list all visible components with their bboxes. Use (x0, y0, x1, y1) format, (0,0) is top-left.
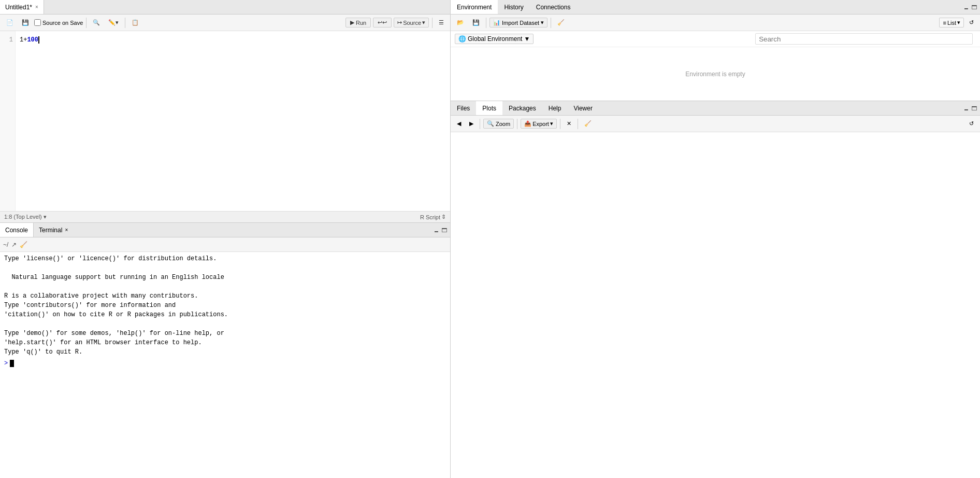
list-label: List (947, 20, 956, 26)
files-tab-files[interactable]: Files (451, 101, 476, 115)
code-num-1: 1 (20, 35, 23, 45)
files-tab-plots[interactable]: Plots (476, 101, 502, 115)
export-arrow: ▾ (550, 120, 553, 127)
env-tab-connections[interactable]: Connections (530, 0, 577, 14)
env-tab-history[interactable]: History (498, 0, 529, 14)
env-sep-2 (551, 18, 551, 28)
terminal-tab-close[interactable]: × (65, 227, 68, 233)
zoom-button[interactable]: 🔍 Zoom (483, 119, 514, 129)
editor-tab-untitled1[interactable]: Untitled1* × (0, 0, 44, 14)
code-op-plus: + (23, 35, 27, 45)
new-file-icon: 📄 (6, 19, 13, 26)
new-file-button[interactable]: 📄 (3, 18, 17, 27)
console-line-3: Natural language support but running in … (4, 273, 446, 282)
console-path-label: ~/ (3, 241, 8, 248)
toolbar-sep-3 (432, 18, 433, 28)
console-line-11: Type 'q()' to quit R. (4, 347, 446, 357)
files-sep-4 (578, 119, 578, 129)
import-dataset-button[interactable]: 📊 Import Dataset ▾ (489, 18, 547, 27)
source-on-save-label: Source on Save (42, 20, 83, 26)
env-save-icon: 💾 (472, 19, 480, 26)
console-line-10: 'help.start()' for an HTML browser inter… (4, 338, 446, 347)
scope-label: (Top Level) (13, 214, 41, 220)
env-maximize-button[interactable]: 🗖 (971, 4, 977, 10)
run-button[interactable]: ▶ Run (345, 18, 371, 27)
find-button[interactable]: 🔍 (90, 18, 103, 27)
code-tools-icon: ✏️▾ (108, 19, 119, 26)
files-tab-help[interactable]: Help (542, 101, 568, 115)
global-env-selector[interactable]: 🌐 Global Environment ▼ (455, 34, 534, 44)
list-view-button[interactable]: ≡ List ▾ (939, 18, 964, 27)
env-search-input[interactable] (755, 33, 973, 45)
options-icon: ☰ (439, 19, 444, 26)
save-button[interactable]: 💾 (19, 18, 32, 27)
editor-status-bar: 1:8 (Top Level) ▾ R Script ⇕ (0, 211, 450, 222)
console-clear-button[interactable]: 🧹 (20, 241, 27, 248)
scope-indicator[interactable]: (Top Level) ▾ (13, 214, 46, 220)
refresh-button[interactable]: ↺ (966, 18, 977, 27)
script-type-button[interactable]: R Script ⇕ (420, 214, 446, 220)
list-icon: ≡ (943, 20, 946, 26)
console-minimize-button[interactable]: 🗕 (434, 227, 439, 233)
files-maximize-button[interactable]: 🗖 (971, 105, 977, 111)
line-number-1: 1 (2, 35, 13, 45)
scope-arrow: ▾ (44, 214, 47, 220)
toolbar-sep-1 (86, 18, 87, 28)
code-editor[interactable]: 1 + 100 (16, 31, 450, 211)
env-tab-environment[interactable]: Environment (451, 0, 498, 14)
export-button[interactable]: 📤 Export ▾ (521, 119, 557, 129)
refresh-plots-button[interactable]: ↺ (966, 119, 977, 129)
source-dropdown-arrow: ▾ (422, 19, 425, 26)
back-button[interactable]: ◀ (454, 119, 464, 129)
editor-tab-bar: Untitled1* × (0, 0, 450, 15)
files-tab-label: Files (457, 105, 470, 112)
console-prompt-row[interactable]: > (4, 360, 446, 367)
code-line-1: 1 + 100 (20, 35, 446, 45)
files-tab-packages[interactable]: Packages (502, 101, 542, 115)
import-label: Import Dataset (502, 20, 539, 26)
code-val-100: 100 (27, 35, 38, 45)
console-content[interactable]: Type 'license()' or 'licence()' for dist… (0, 252, 450, 478)
editor-tab-close[interactable]: × (35, 4, 38, 10)
env-sep-1 (486, 18, 486, 28)
env-minimize-button[interactable]: 🗕 (963, 4, 969, 10)
delete-plot-button[interactable]: ✕ (564, 119, 574, 129)
files-pane: Files Plots Packages Help Viewer 🗕 🗖 (451, 101, 980, 478)
code-tools-button[interactable]: ✏️▾ (105, 18, 122, 27)
console-line-7: 'citation()' on how to cite R or R packa… (4, 310, 446, 319)
env-tab-label: Environment (457, 4, 492, 11)
console-tab-terminal[interactable]: Terminal × (34, 223, 73, 237)
source-on-save-checkbox[interactable] (34, 19, 41, 26)
console-toolbar: ~/ ↗ 🧹 (0, 237, 450, 252)
console-line-6: Type 'contributors()' for more informati… (4, 301, 446, 310)
global-env-label: Global Environment (468, 35, 522, 43)
refresh-plots-icon: ↺ (969, 120, 974, 127)
clear-plots-button[interactable]: 🧹 (581, 119, 595, 129)
text-cursor (38, 36, 39, 44)
env-load-icon: 📂 (457, 19, 464, 26)
source-button[interactable]: ↦ Source ▾ (394, 18, 429, 27)
editor-tab-label: Untitled1* (5, 4, 32, 11)
compile-button[interactable]: 📋 (128, 18, 142, 27)
files-tab-viewer[interactable]: Viewer (567, 101, 598, 115)
terminal-tab-label: Terminal (39, 227, 62, 234)
console-line-9: Type 'demo()' for some demos, 'help()' f… (4, 329, 446, 338)
script-type-arrow: ⇕ (441, 214, 446, 220)
files-toolbar: ◀ ▶ 🔍 Zoom 📤 Export ▾ ✕ (451, 116, 980, 132)
files-minimize-button[interactable]: 🗕 (963, 105, 969, 111)
connections-tab-label: Connections (536, 4, 571, 11)
save-icon: 💾 (22, 19, 29, 26)
env-broom-button[interactable]: 🧹 (554, 18, 568, 27)
console-line-5: R is a collaborative project with many c… (4, 291, 446, 301)
env-tab-bar: Environment History Connections 🗕 🗖 (451, 0, 980, 15)
options-button[interactable]: ☰ (436, 18, 447, 27)
env-load-button[interactable]: 📂 (454, 18, 467, 27)
console-line-8 (4, 319, 446, 329)
console-go-icon[interactable]: ↗ (11, 241, 17, 248)
console-tab-console[interactable]: Console (0, 223, 34, 237)
forward-button[interactable]: ▶ (466, 119, 477, 129)
env-save-button[interactable]: 💾 (469, 18, 483, 27)
run-label: Run (356, 20, 366, 26)
console-maximize-button[interactable]: 🗖 (441, 227, 447, 233)
re-run-button[interactable]: ↩↩ (373, 18, 392, 27)
